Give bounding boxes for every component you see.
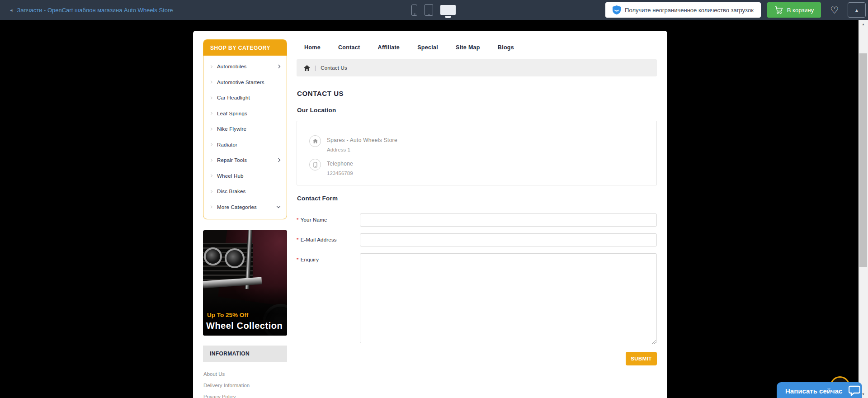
- chevron-bullet-icon: [209, 65, 212, 68]
- link-privacy-policy[interactable]: Privacy Policy: [203, 391, 287, 398]
- main-content: Home Contact Affiliate Special Site Map …: [297, 31, 657, 365]
- store-name: Spares - Auto Wheels Store: [327, 135, 397, 143]
- enquiry-field[interactable]: [360, 253, 657, 343]
- category-box-title: SHOP BY CATEGORY: [210, 45, 270, 51]
- category-box-header: SHOP BY CATEGORY: [203, 40, 287, 56]
- headlight-graphic: [204, 247, 222, 265]
- desktop-preview-icon[interactable]: [440, 5, 456, 15]
- add-to-cart-label: В корзину: [787, 7, 814, 14]
- information-box: INFORMATION About Us Delivery Informatio…: [203, 346, 287, 398]
- sidebar-item-nike-flywire[interactable]: Nike Flywire: [203, 121, 287, 137]
- headlight-graphic: [225, 248, 245, 268]
- enquiry-label: *Enquiry: [297, 253, 360, 345]
- sidebar-item-more-categories[interactable]: More Categories: [203, 199, 287, 215]
- telephone-number: 123456789: [327, 171, 353, 176]
- preview-topbar: ◂ Запчасти - OpenCart шаблон магазина Au…: [0, 0, 868, 20]
- link-delivery-information[interactable]: Delivery Information: [203, 379, 287, 391]
- chevron-bullet-icon: [209, 159, 212, 162]
- chevron-bullet-icon: [209, 143, 212, 146]
- email-field[interactable]: [360, 233, 657, 246]
- unlimited-downloads-label: Получите неограниченное количество загру…: [625, 7, 754, 14]
- store-home-icon: [309, 135, 321, 147]
- banner-title-text: Wheel Collection: [206, 321, 283, 331]
- scrollbar-thumb[interactable]: [859, 53, 867, 267]
- information-header: INFORMATION: [203, 346, 287, 362]
- chevron-bullet-icon: [209, 205, 212, 208]
- collapse-toolbar-button[interactable]: ▲: [848, 2, 866, 18]
- page-scrollbar[interactable]: ▲ ▼: [859, 20, 868, 398]
- chat-label: Написать сейчас: [785, 387, 842, 395]
- chevron-right-icon: [277, 158, 280, 162]
- banner-offer-text: Up To 25% Off: [207, 312, 248, 318]
- sidebar-item-automotive-starters[interactable]: Automotive Starters: [203, 75, 287, 90]
- chevron-bullet-icon: [209, 112, 212, 115]
- back-icon[interactable]: ◂: [10, 7, 13, 13]
- breadcrumb-separator: |: [315, 65, 316, 71]
- telephone-label: Telephone: [327, 159, 353, 167]
- device-switcher: [411, 0, 456, 20]
- nav-affiliate[interactable]: Affiliate: [378, 44, 400, 51]
- nav-contact[interactable]: Contact: [338, 44, 360, 51]
- mobile-preview-icon[interactable]: [411, 5, 417, 16]
- store-page: SHOP BY CATEGORY Automobiles Automotive …: [193, 31, 667, 398]
- breadcrumb: | Contact Us: [297, 59, 657, 76]
- sidebar: SHOP BY CATEGORY Automobiles Automotive …: [203, 39, 287, 398]
- required-marker: *: [297, 217, 299, 223]
- add-to-cart-button[interactable]: В корзину: [767, 2, 821, 18]
- sidebar-item-leaf-springs[interactable]: Leaf Springs: [203, 106, 287, 122]
- required-marker: *: [297, 257, 299, 262]
- up-triangle-icon: ▲: [854, 8, 859, 13]
- home-icon[interactable]: [304, 65, 310, 71]
- chevron-bullet-icon: [209, 81, 212, 84]
- category-list: Automobiles Automotive Starters Car Head…: [203, 56, 287, 219]
- cart-icon: [774, 6, 783, 14]
- chevron-bullet-icon: [209, 128, 212, 131]
- page-title: CONTACT US: [297, 90, 657, 97]
- main-nav: Home Contact Affiliate Special Site Map …: [297, 31, 657, 51]
- preview-title-link[interactable]: Запчасти - OpenCart шаблон магазина Auto…: [17, 7, 173, 14]
- chevron-bullet-icon: [209, 96, 212, 100]
- contact-form-heading: Contact Form: [297, 195, 657, 202]
- email-label: *E-Mail Address: [297, 233, 360, 246]
- information-links: About Us Delivery Information Privacy Po…: [203, 362, 287, 398]
- nav-home[interactable]: Home: [304, 44, 321, 51]
- submit-button[interactable]: SUBMIT: [626, 352, 657, 365]
- your-name-field[interactable]: [360, 213, 657, 227]
- sidebar-item-wheel-hub[interactable]: Wheel Hub: [203, 168, 287, 184]
- scrollbar-up-arrow[interactable]: ▲: [859, 21, 868, 27]
- store-address: Address 1: [327, 147, 397, 152]
- chevron-bullet-icon: [209, 190, 212, 193]
- category-box: SHOP BY CATEGORY Automobiles Automotive …: [203, 39, 287, 219]
- nav-special[interactable]: Special: [417, 44, 438, 51]
- chat-bubble-icon: [849, 385, 860, 396]
- shield-icon: [613, 5, 621, 14]
- location-heading: Our Location: [297, 107, 657, 114]
- wheel-collection-banner[interactable]: Up To 25% Off Wheel Collection: [203, 230, 287, 336]
- your-name-label: *Your Name: [297, 213, 360, 227]
- chevron-right-icon: [277, 65, 280, 68]
- location-box: Spares - Auto Wheels Store Address 1 Tel…: [297, 121, 657, 185]
- live-chat-widget[interactable]: Написать сейчас: [777, 382, 862, 398]
- unlimited-downloads-button[interactable]: Получите неограниченное количество загру…: [605, 2, 761, 18]
- sidebar-item-repair-tools[interactable]: Repair Tools: [203, 152, 287, 168]
- chevron-down-icon: [277, 204, 280, 208]
- favorite-heart-icon[interactable]: ♡: [830, 5, 839, 15]
- nav-blogs[interactable]: Blogs: [498, 44, 514, 51]
- sidebar-item-radiator[interactable]: Radiator: [203, 137, 287, 153]
- breadcrumb-current[interactable]: Contact Us: [321, 65, 347, 71]
- telephone-icon: [309, 159, 321, 171]
- chevron-bullet-icon: [209, 174, 212, 177]
- nav-site-map[interactable]: Site Map: [456, 44, 480, 51]
- link-about-us[interactable]: About Us: [203, 368, 287, 379]
- required-marker: *: [297, 237, 299, 242]
- sidebar-item-car-headlight[interactable]: Car Headlight: [203, 90, 287, 106]
- contact-form: *Your Name *E-Mail Address *Enquiry: [297, 213, 657, 365]
- sidebar-item-automobiles[interactable]: Automobiles: [203, 59, 287, 75]
- tablet-preview-icon[interactable]: [425, 4, 433, 16]
- sidebar-item-disc-brakes[interactable]: Disc Brakes: [203, 184, 287, 199]
